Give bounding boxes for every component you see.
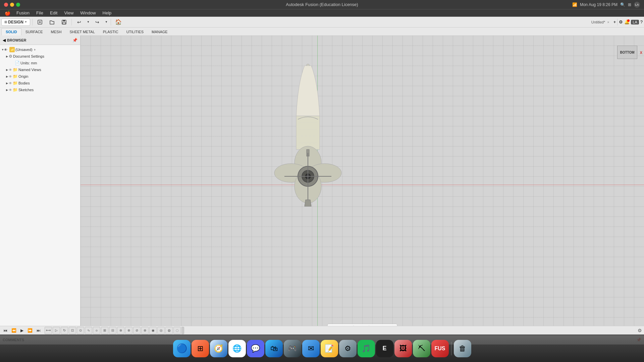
tab-utilities[interactable]: UTILITIES xyxy=(122,28,148,36)
search-icon[interactable]: 🔍 xyxy=(620,2,625,7)
user-btn[interactable]: LA xyxy=(631,20,639,24)
root-collapse-arrow[interactable]: ▼ xyxy=(1,48,4,51)
control-center-icon[interactable]: ⊞ xyxy=(628,2,631,7)
menu-edit[interactable]: Edit xyxy=(47,10,60,16)
tree-named-views[interactable]: ▶ 👁 📁 Named Views xyxy=(0,66,80,73)
timeline-item-7[interactable]: ⊞ xyxy=(101,327,108,334)
origin-arrow[interactable]: ▶ xyxy=(6,75,9,78)
minimize-button[interactable] xyxy=(10,3,14,7)
browser-root[interactable]: ▼ 👁 📁 (Unsaved) + xyxy=(0,46,80,53)
dock-launchpad[interactable]: ⊞ xyxy=(192,340,209,357)
dock-fusion[interactable]: FUS xyxy=(431,340,449,357)
dock-finder[interactable]: 🔵 xyxy=(173,340,191,357)
dock-trash[interactable]: 🗑 xyxy=(454,340,471,357)
open-btn[interactable] xyxy=(47,17,57,27)
timeline-item-13[interactable]: ◉ xyxy=(149,327,157,334)
user-avatar[interactable]: LA xyxy=(634,2,640,8)
main-viewport[interactable]: BOTTOM X xyxy=(80,36,644,334)
tab-solid[interactable]: SOLID xyxy=(1,28,21,36)
timeline-item-1[interactable]: ▷ xyxy=(53,327,60,334)
timeline-items: ⟷ ▷ ↻ ⊡ ⊙ ∿ ⌾ ⊞ ⊟ ⊕ ⊗ ⊘ ⊛ ◉ ◎ ◍ ◌ xyxy=(45,327,184,334)
design-dropdown[interactable]: ⊞ DESIGN ▼ xyxy=(1,18,30,26)
help-btn[interactable]: ? xyxy=(640,19,643,24)
dock-minecraft[interactable]: ⛏ xyxy=(413,340,430,357)
menu-view[interactable]: View xyxy=(61,10,76,16)
undo-btn[interactable]: ↩ xyxy=(74,17,85,27)
tree-doc-settings[interactable]: ▶ ⚙ Document Settings xyxy=(0,53,80,60)
timeline-item-8[interactable]: ⊟ xyxy=(109,327,116,334)
dock-spotify[interactable]: 🎵 xyxy=(358,340,375,357)
discord-icon: 💬 xyxy=(251,344,260,353)
browser-collapse-btn[interactable]: ◀ xyxy=(3,38,6,43)
maximize-button[interactable] xyxy=(16,3,20,7)
redo-btn[interactable]: ↪ xyxy=(92,17,103,27)
named-views-arrow[interactable]: ▶ xyxy=(6,68,9,71)
undo-arrow[interactable]: ▼ xyxy=(86,17,91,27)
timeline-item-6[interactable]: ⌾ xyxy=(93,327,100,334)
dock-notes[interactable]: 📝 xyxy=(321,340,338,357)
dock-epicgames[interactable]: E xyxy=(376,340,393,357)
timeline-item-14[interactable]: ◎ xyxy=(157,327,165,334)
tab-close[interactable]: × xyxy=(607,20,609,24)
tree-origin[interactable]: ▶ 👁 📁 Origin xyxy=(0,73,80,80)
tab-manage[interactable]: MANAGE xyxy=(148,28,172,36)
dock-mail[interactable]: ✉ xyxy=(302,340,320,357)
sketches-arrow[interactable]: ▶ xyxy=(6,88,9,92)
timeline-end-marker xyxy=(181,327,184,334)
home-btn[interactable]: 🏠 xyxy=(113,17,124,27)
new-btn[interactable] xyxy=(35,17,45,27)
bodies-arrow[interactable]: ▶ xyxy=(6,82,9,85)
menu-file[interactable]: File xyxy=(34,10,46,16)
close-button[interactable] xyxy=(4,3,8,7)
timeline-item-10[interactable]: ⊗ xyxy=(125,327,132,334)
add-tab-btn[interactable]: + xyxy=(613,19,616,24)
settings-icon[interactable]: ⚙ xyxy=(619,19,623,24)
timeline-item-3[interactable]: ⊡ xyxy=(69,327,76,334)
dock-steam[interactable]: 🎮 xyxy=(284,340,301,357)
timeline-item-11[interactable]: ⊘ xyxy=(133,327,141,334)
timeline-item-15[interactable]: ◍ xyxy=(165,327,173,334)
apple-logo[interactable]: 🍎 xyxy=(3,10,12,16)
dock-preview[interactable]: 🖼 xyxy=(394,340,412,357)
redo-arrow[interactable]: ▼ xyxy=(104,17,109,27)
doc-settings-arrow[interactable]: ▶ xyxy=(6,55,9,58)
timeline-step-forward[interactable]: ⏩ xyxy=(26,327,34,334)
notifications-btn[interactable]: 🔔 xyxy=(624,19,630,24)
dock-chrome[interactable]: 🌐 xyxy=(228,340,246,357)
tree-units[interactable]: 📄 Units: mm xyxy=(0,60,80,66)
view-cube[interactable]: BOTTOM X xyxy=(614,39,641,66)
status-bar-right: 📶 Mon Aug 19 8:26 PM 🔍 ⊞ LA xyxy=(572,2,640,8)
tree-bodies[interactable]: ▶ 👁 📁 Bodies xyxy=(0,80,80,86)
tab-mesh[interactable]: MESH xyxy=(47,28,66,36)
dock-appstore[interactable]: 🛍 xyxy=(265,340,283,357)
tab-surface[interactable]: SURFACE xyxy=(21,28,47,36)
tree-sketches[interactable]: ▶ 👁 📁 Sketches xyxy=(0,86,80,93)
tab-plastic[interactable]: PLASTIC xyxy=(99,28,122,36)
dock-discord[interactable]: 💬 xyxy=(247,340,264,357)
timeline-item-5[interactable]: ∿ xyxy=(85,327,92,334)
root-add-btn[interactable]: + xyxy=(34,48,36,52)
timeline-play[interactable]: ▶ xyxy=(19,327,25,334)
timeline-to-end[interactable]: ⏭ xyxy=(35,327,42,334)
timeline-to-start[interactable]: ⏮ xyxy=(2,327,9,334)
tab-sheet-metal[interactable]: SHEET METAL xyxy=(65,28,99,36)
timeline-step-back[interactable]: ⏪ xyxy=(10,327,18,334)
dock-preferences[interactable]: ⚙ xyxy=(339,340,357,357)
view-cube-box[interactable]: BOTTOM xyxy=(617,46,637,59)
timeline-item-0[interactable]: ⟷ xyxy=(45,327,52,334)
untitled-tab[interactable]: Untitled* xyxy=(591,20,605,24)
wifi-icon: 📶 xyxy=(572,2,577,7)
timeline-item-2[interactable]: ↻ xyxy=(61,327,68,334)
browser-pin-btn[interactable]: 📌 xyxy=(72,38,77,43)
timeline-item-16[interactable]: ◌ xyxy=(173,327,181,334)
timeline-settings-btn[interactable]: ⚙ xyxy=(638,328,642,333)
save-btn[interactable] xyxy=(59,17,69,27)
timeline-item-4[interactable]: ⊙ xyxy=(77,327,84,334)
browser-tree: ▼ 👁 📁 (Unsaved) + ▶ ⚙ Document Settings … xyxy=(0,45,80,95)
dock-safari[interactable]: 🧭 xyxy=(210,340,227,357)
timeline-item-12[interactable]: ⊛ xyxy=(141,327,149,334)
menu-window[interactable]: Window xyxy=(77,10,98,16)
menu-help[interactable]: Help xyxy=(100,10,114,16)
timeline-item-9[interactable]: ⊕ xyxy=(117,327,124,334)
menu-fusion[interactable]: Fusion xyxy=(14,10,32,16)
